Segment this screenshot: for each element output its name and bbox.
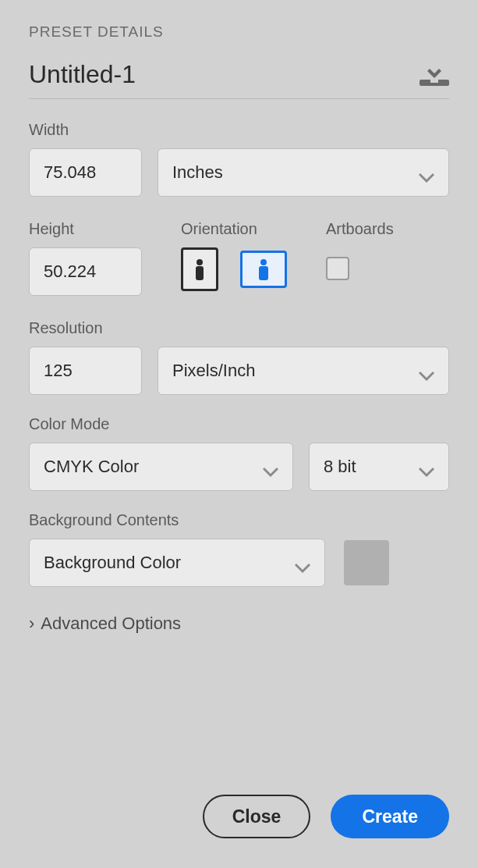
height-input-wrapper	[29, 247, 142, 296]
chevron-right-icon: ›	[29, 614, 34, 634]
close-button[interactable]: Close	[203, 795, 311, 838]
artboards-checkbox[interactable]	[326, 257, 349, 280]
resolution-unit-value: Pixels/Inch	[172, 361, 255, 381]
resolution-label: Resolution	[29, 319, 449, 337]
background-color-swatch[interactable]	[344, 540, 389, 585]
color-mode-label: Color Mode	[29, 415, 449, 433]
height-input[interactable]	[44, 248, 127, 295]
svg-point-4	[260, 259, 267, 265]
width-input-wrapper	[29, 148, 142, 197]
orientation-label: Orientation	[181, 220, 287, 238]
preset-name-input[interactable]	[29, 60, 341, 89]
orientation-portrait-button[interactable]	[181, 247, 218, 291]
save-preset-icon[interactable]	[420, 64, 449, 86]
orientation-landscape-button[interactable]	[240, 251, 287, 288]
width-input[interactable]	[44, 149, 127, 196]
svg-rect-1	[430, 80, 438, 83]
chevron-down-icon	[419, 365, 434, 376]
svg-rect-3	[196, 266, 204, 280]
resolution-input-wrapper	[29, 347, 142, 395]
chevron-down-icon	[419, 461, 434, 472]
color-mode-select[interactable]: CMYK Color	[29, 443, 293, 491]
advanced-options-label: Advanced Options	[41, 614, 181, 634]
svg-rect-5	[259, 266, 268, 280]
background-contents-select[interactable]: Background Color	[29, 539, 325, 587]
resolution-input[interactable]	[44, 347, 127, 394]
preset-details-label: PRESET DETAILS	[29, 23, 449, 41]
svg-point-2	[197, 259, 203, 265]
width-unit-value: Inches	[172, 162, 223, 183]
width-label: Width	[29, 121, 449, 139]
width-unit-select[interactable]: Inches	[158, 148, 449, 197]
background-contents-value: Background Color	[44, 553, 181, 573]
artboards-label: Artboards	[326, 220, 394, 238]
bit-depth-select[interactable]: 8 bit	[309, 443, 449, 491]
chevron-down-icon	[263, 461, 278, 472]
create-button[interactable]: Create	[331, 795, 449, 838]
advanced-options-toggle[interactable]: › Advanced Options	[29, 614, 449, 634]
background-label: Background Contents	[29, 511, 449, 529]
color-mode-value: CMYK Color	[44, 457, 139, 477]
height-label: Height	[29, 220, 158, 238]
chevron-down-icon	[295, 557, 310, 568]
chevron-down-icon	[419, 167, 434, 178]
bit-depth-value: 8 bit	[324, 457, 356, 477]
resolution-unit-select[interactable]: Pixels/Inch	[158, 347, 449, 395]
